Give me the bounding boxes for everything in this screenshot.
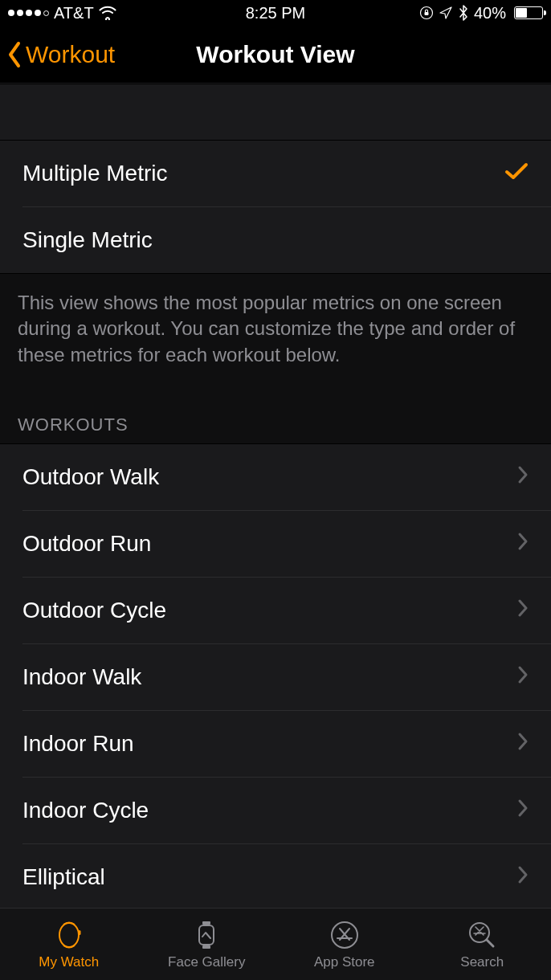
tab-search[interactable]: Search xyxy=(414,909,552,980)
svg-rect-5 xyxy=(202,921,210,925)
battery-percent: 40% xyxy=(474,4,506,22)
face-gallery-icon xyxy=(193,919,220,951)
chevron-right-icon xyxy=(517,864,529,890)
svg-rect-6 xyxy=(202,945,210,949)
tab-my-watch[interactable]: My Watch xyxy=(0,909,138,980)
bluetooth-icon xyxy=(458,5,469,21)
workout-row-outdoor-run[interactable]: Outdoor Run xyxy=(0,511,551,577)
metric-footer-text: This view shows the most popular metrics… xyxy=(0,274,551,387)
chevron-right-icon xyxy=(517,464,529,490)
chevron-right-icon xyxy=(517,531,529,557)
status-right: 40% xyxy=(419,4,543,22)
svg-rect-4 xyxy=(199,925,214,945)
tab-label: Search xyxy=(460,954,504,970)
chevron-right-icon xyxy=(517,598,529,623)
tab-label: My Watch xyxy=(39,954,99,970)
workouts-group: Outdoor Walk Outdoor Run Outdoor Cycle I… xyxy=(0,444,551,908)
tab-app-store[interactable]: App Store xyxy=(276,909,414,980)
metric-options-group: Multiple Metric Single Metric xyxy=(0,141,551,273)
status-bar: AT&T 8:25 PM 40% xyxy=(0,0,551,26)
workout-label: Indoor Cycle xyxy=(22,798,149,823)
search-icon xyxy=(466,919,498,951)
workout-label: Indoor Run xyxy=(22,731,134,757)
option-label: Multiple Metric xyxy=(22,161,167,186)
workout-label: Outdoor Walk xyxy=(22,464,159,490)
back-button[interactable]: Workout xyxy=(0,41,115,68)
workout-row-indoor-walk[interactable]: Indoor Walk xyxy=(0,644,551,710)
chevron-right-icon xyxy=(517,731,529,757)
tab-label: Face Gallery xyxy=(168,954,245,970)
chevron-right-icon xyxy=(517,664,529,690)
svg-rect-3 xyxy=(78,930,80,935)
app-store-icon xyxy=(329,919,361,951)
svg-line-9 xyxy=(487,940,493,946)
orientation-lock-icon xyxy=(419,6,434,20)
option-single-metric[interactable]: Single Metric xyxy=(0,207,551,273)
option-multiple-metric[interactable]: Multiple Metric xyxy=(0,141,551,206)
spacer xyxy=(0,84,551,140)
tab-bar: My Watch Face Gallery App Store xyxy=(0,908,551,980)
workout-row-outdoor-walk[interactable]: Outdoor Walk xyxy=(0,444,551,510)
battery-icon xyxy=(511,6,543,19)
nav-bar: Workout Workout View xyxy=(0,26,551,84)
wifi-icon xyxy=(99,6,116,20)
workout-row-indoor-run[interactable]: Indoor Run xyxy=(0,711,551,777)
svg-point-2 xyxy=(59,923,79,947)
chevron-right-icon xyxy=(517,798,529,823)
tab-label: App Store xyxy=(314,954,375,970)
back-label: Workout xyxy=(26,41,115,68)
watch-icon xyxy=(55,919,83,951)
content-scroll[interactable]: Multiple Metric Single Metric This view … xyxy=(0,84,551,908)
workout-label: Outdoor Run xyxy=(22,531,151,557)
signal-strength-icon xyxy=(8,10,49,16)
workout-row-outdoor-cycle[interactable]: Outdoor Cycle xyxy=(0,578,551,643)
workouts-section-header: WORKOUTS xyxy=(0,387,551,443)
workout-row-elliptical[interactable]: Elliptical xyxy=(0,844,551,908)
checkmark-icon xyxy=(504,161,529,186)
status-left: AT&T xyxy=(8,4,116,22)
chevron-left-icon xyxy=(6,41,22,68)
tab-face-gallery[interactable]: Face Gallery xyxy=(138,909,276,980)
carrier-label: AT&T xyxy=(54,4,94,22)
workout-label: Elliptical xyxy=(22,864,105,890)
svg-rect-1 xyxy=(424,12,428,15)
option-label: Single Metric xyxy=(22,227,153,253)
workout-label: Outdoor Cycle xyxy=(22,598,166,623)
location-icon xyxy=(439,6,453,20)
workout-row-indoor-cycle[interactable]: Indoor Cycle xyxy=(0,778,551,843)
workout-label: Indoor Walk xyxy=(22,664,141,690)
